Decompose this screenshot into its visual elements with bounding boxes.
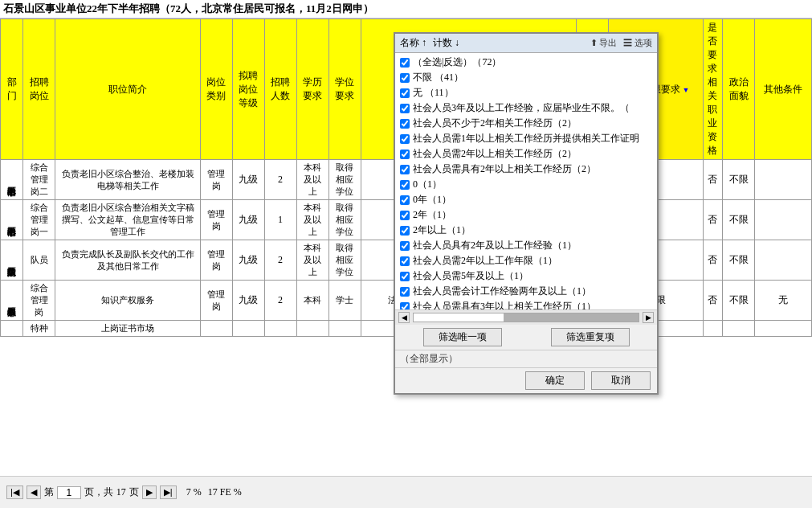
bottom-bar: |◀ ◀ 第 页，共 17 页 ▶ ▶| 7 % 17 FE % xyxy=(0,476,812,508)
cell-type xyxy=(200,321,232,337)
col-politics: 政治面貌 xyxy=(723,19,755,160)
col-type: 岗位类别 xyxy=(200,19,232,160)
item-13-label: 社会人员需5年及以上（1） xyxy=(413,269,528,283)
item-8-checkbox[interactable] xyxy=(400,195,410,205)
prev-page-btn[interactable]: ◀ xyxy=(27,485,41,499)
popup-show-all[interactable]: （全部显示） xyxy=(395,350,657,368)
cell-politics: 不限 xyxy=(723,200,755,240)
last-page-btn[interactable]: ▶| xyxy=(160,485,177,499)
popup-item-2[interactable]: 社会人员3年及以上工作经验，应届毕业生不限。（ xyxy=(398,100,654,116)
popup-item-5[interactable]: 社会人员需2年以上相关工作经历（2） xyxy=(398,146,654,162)
item-11-checkbox[interactable] xyxy=(400,241,410,251)
cell-desc: 负责完成队长及副队长交代的工作及其他日常工作 xyxy=(55,240,200,281)
popup-header-left: 名称 ↑ 计数 ↓ xyxy=(400,36,459,50)
item-9-label: 2年（1） xyxy=(413,208,451,222)
cell-level xyxy=(232,321,264,337)
item-1-checkbox[interactable] xyxy=(400,88,410,98)
item-12-label: 社会人员需2年以上工作年限（1） xyxy=(413,254,557,268)
item-5-checkbox[interactable] xyxy=(400,150,410,159)
popup-ok-row: 确定 取消 xyxy=(395,368,657,393)
popup-item-9[interactable]: 2年（1） xyxy=(398,207,654,223)
cell-other xyxy=(755,160,812,200)
page-of: 页，共 xyxy=(84,485,113,499)
cell-edu: 本科及以上 xyxy=(296,240,328,281)
cell-cert: 否 xyxy=(703,160,722,200)
filter-unique-btn[interactable]: 筛选唯一项 xyxy=(423,328,502,346)
hscroll-right-arrow[interactable]: ▶ xyxy=(643,312,654,323)
popup-ok-btn[interactable]: 确定 xyxy=(525,371,585,390)
item-4-checkbox[interactable] xyxy=(400,134,410,144)
popup-count-header: 计数 ↓ xyxy=(433,36,459,50)
cell-degree: 取得相应学位 xyxy=(328,160,361,200)
cell-count: 2 xyxy=(264,160,296,200)
popup-item-1[interactable]: 无 （11） xyxy=(398,85,654,100)
item-2-checkbox[interactable] xyxy=(400,104,410,113)
item-12-checkbox[interactable] xyxy=(400,256,410,266)
main-area: 石景山区事业单位22年下半年招聘（72人，北京常住居民可报名，11月2日网申） … xyxy=(0,0,812,508)
item-15-label: 社会人员需具有3年以上相关工作经历（1） xyxy=(413,300,596,310)
item-7-checkbox[interactable] xyxy=(400,180,410,190)
popup-hscroll[interactable]: ◀ ▶ xyxy=(395,310,657,325)
filter-repeat-btn[interactable]: 筛选重复项 xyxy=(551,328,630,346)
cell-level: 九级 xyxy=(232,240,264,281)
next-page-btn[interactable]: ▶ xyxy=(142,485,157,499)
col-edu: 学历要求 xyxy=(296,19,328,160)
col-level: 拟聘岗位等级 xyxy=(232,19,264,160)
all-select-label: （全选|反选）（72） xyxy=(413,55,501,69)
popup-list[interactable]: （全选|反选）（72） 不限 （41） 无 （11） 社会人员3年及以上工作经验… xyxy=(395,53,657,310)
hscroll-track[interactable] xyxy=(413,313,639,322)
hscroll-thumb xyxy=(504,313,639,322)
item-4-label: 社会人员需1年以上相关工作经历并提供相关工作证明 xyxy=(413,132,639,145)
popup-item-14[interactable]: 社会人员需会计工作经验两年及以上（1） xyxy=(398,284,654,299)
popup-item-3[interactable]: 社会人员不少于2年相关工作经历（2） xyxy=(398,116,654,131)
item-9-checkbox[interactable] xyxy=(400,211,410,220)
popup-item-6[interactable]: 社会人员需具有2年以上相关工作经历（2） xyxy=(398,162,654,177)
popup-item-7[interactable]: 0（1） xyxy=(398,177,654,192)
page-input[interactable] xyxy=(57,486,81,499)
page-label: 第 xyxy=(44,485,54,499)
cell-level: 九级 xyxy=(232,200,264,240)
popup-item-13[interactable]: 社会人员需5年及以上（1） xyxy=(398,268,654,284)
cell-degree xyxy=(328,321,361,337)
cell-level: 九级 xyxy=(232,160,264,200)
all-select-checkbox[interactable] xyxy=(400,58,410,68)
cell-type: 管理岗 xyxy=(200,200,232,240)
popup-item-10[interactable]: 2年以上（1） xyxy=(398,223,654,238)
export-icon[interactable]: ⬆ 导出 xyxy=(590,37,618,49)
cell-dept: 石景旧小区整治中心 xyxy=(1,200,23,240)
item-0-checkbox[interactable] xyxy=(400,73,410,83)
popup-item-11[interactable]: 社会人员具有2年及以上工作经验（1） xyxy=(398,238,654,253)
popup-item-4[interactable]: 社会人员需1年以上相关工作经历并提供相关工作证明 xyxy=(398,131,654,146)
popup-item-0[interactable]: 不限 （41） xyxy=(398,70,654,85)
item-6-checkbox[interactable] xyxy=(400,165,410,174)
first-page-btn[interactable]: |◀ xyxy=(6,485,23,499)
hscroll-left-arrow[interactable]: ◀ xyxy=(398,312,410,323)
cell-pos: 综合管理岗一 xyxy=(23,200,55,240)
item-3-checkbox[interactable] xyxy=(400,119,410,129)
popup-name-header: 名称 ↑ xyxy=(400,36,426,50)
item-0-label: 不限 （41） xyxy=(413,71,463,84)
item-13-checkbox[interactable] xyxy=(400,272,410,281)
popup-item-15[interactable]: 社会人员需具有3年以上相关工作经历（1） xyxy=(398,299,654,310)
popup-cancel-btn[interactable]: 取消 xyxy=(591,371,651,390)
col-degree: 学位要求 xyxy=(328,19,361,160)
col-exp-filter-icon[interactable]: ▼ xyxy=(683,86,690,94)
popup-item-12[interactable]: 社会人员需2年以上工作年限（1） xyxy=(398,253,654,268)
col-pos: 招聘岗位 xyxy=(23,19,55,160)
popup-header: 名称 ↑ 计数 ↓ ⬆ 导出 ☰ 选项 xyxy=(395,34,657,53)
select-options-icon[interactable]: ☰ 选项 xyxy=(623,37,652,49)
filter-popup: 名称 ↑ 计数 ↓ ⬆ 导出 ☰ 选项 （全选|反选）（72） xyxy=(394,32,659,395)
cell-pos: 综合管理岗 xyxy=(23,281,55,321)
cell-dept: 石景知识产权服务中心 xyxy=(1,281,23,321)
item-15-checkbox[interactable] xyxy=(400,302,410,311)
cell-cert xyxy=(703,321,722,337)
cell-count xyxy=(264,321,296,337)
page-suffix: 页 xyxy=(129,485,139,499)
item-14-checkbox[interactable] xyxy=(400,287,410,297)
popup-item-8[interactable]: 0年（1） xyxy=(398,192,654,207)
cell-type: 管理岗 xyxy=(200,240,232,281)
item-10-checkbox[interactable] xyxy=(400,226,410,236)
popup-all-select[interactable]: （全选|反选）（72） xyxy=(398,55,654,70)
total-pages: 17 xyxy=(116,486,126,498)
popup-header-right: ⬆ 导出 ☰ 选项 xyxy=(590,37,653,49)
